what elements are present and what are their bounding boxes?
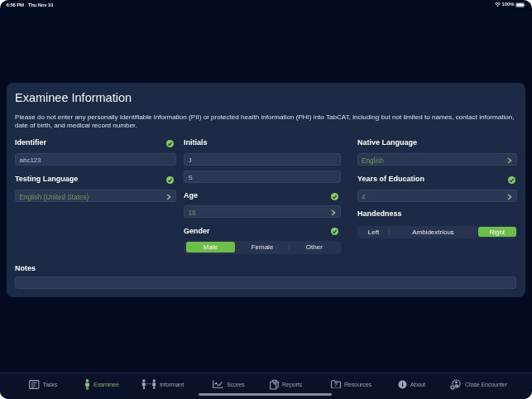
- svg-text:?: ?: [334, 382, 338, 387]
- svg-text:i: i: [401, 381, 403, 388]
